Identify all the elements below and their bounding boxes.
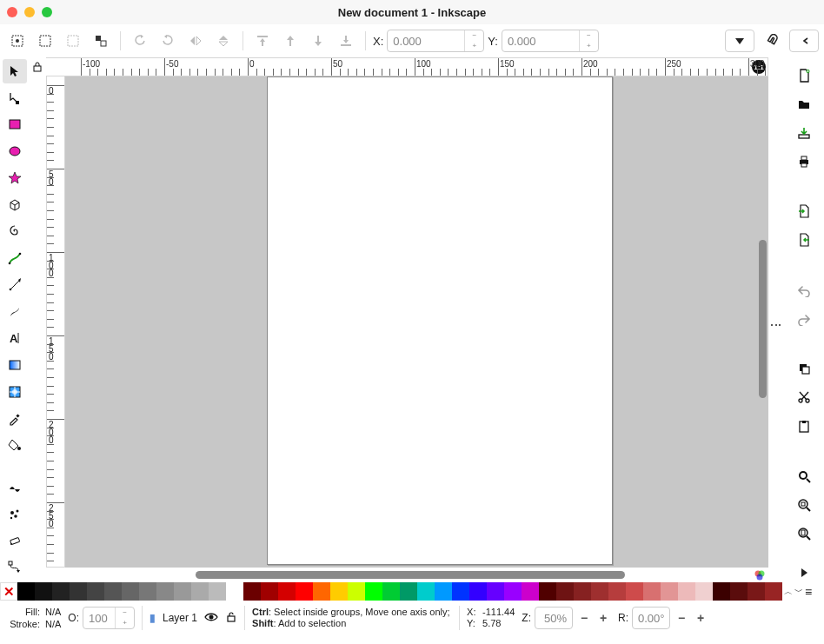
close-window-button[interactable] [7, 7, 17, 17]
color-swatch[interactable] [17, 582, 35, 601]
horizontal-ruler[interactable]: 1:1 -100-50050100150200250300 [46, 57, 768, 76]
zoom-input[interactable] [535, 607, 572, 628]
toolbar-overflow-menu[interactable] [725, 30, 754, 52]
spray-tool[interactable] [3, 502, 27, 527]
calligraphy-tool[interactable] [3, 300, 27, 324]
x-step-down[interactable]: − [465, 30, 483, 41]
y-input[interactable] [502, 30, 579, 51]
color-swatch[interactable] [574, 582, 591, 601]
select-all-layers-icon[interactable] [5, 30, 30, 51]
zoom-selection-icon[interactable] [794, 467, 814, 485]
color-swatch[interactable] [191, 582, 209, 601]
color-swatch[interactable] [417, 582, 435, 601]
lower-icon[interactable] [306, 30, 330, 51]
minimize-window-button[interactable] [24, 7, 35, 17]
lower-bottom-icon[interactable] [334, 30, 358, 51]
cut-icon[interactable] [794, 388, 814, 407]
color-swatch[interactable] [35, 582, 52, 601]
rotation-spinbox[interactable] [632, 607, 670, 629]
current-layer-name[interactable]: Layer 1 [163, 612, 197, 624]
horizontal-scrollbar-thumb[interactable] [196, 571, 625, 579]
color-swatch[interactable] [313, 582, 330, 601]
snap-toggle-icon[interactable] [760, 30, 784, 51]
color-swatch[interactable] [365, 582, 382, 601]
color-swatch[interactable] [452, 582, 469, 601]
color-swatch[interactable] [296, 582, 313, 601]
copy-icon[interactable] [794, 360, 814, 378]
connector-tool[interactable] [3, 555, 27, 580]
color-management-icon[interactable] [751, 568, 768, 582]
rotate-left-button[interactable]: − [674, 610, 689, 626]
rotate-ccw-icon[interactable] [128, 30, 152, 51]
flip-horizontal-icon[interactable] [183, 30, 208, 51]
star-tool[interactable] [3, 166, 27, 190]
open-document-icon[interactable] [794, 95, 814, 113]
color-swatch[interactable] [226, 582, 243, 601]
new-document-icon[interactable] [794, 66, 814, 84]
eraser-tool[interactable] [3, 529, 27, 554]
color-swatch[interactable] [435, 582, 452, 601]
flip-vertical-icon[interactable] [211, 30, 236, 51]
mesh-tool[interactable] [3, 380, 27, 404]
spiral-tool[interactable] [3, 220, 27, 244]
canvas-viewport[interactable] [65, 76, 768, 568]
fill-stroke-block[interactable]: Fill:N/A Stroke:N/A [5, 606, 61, 630]
color-swatch[interactable] [695, 582, 713, 601]
color-swatch[interactable] [678, 582, 695, 601]
color-swatch[interactable] [591, 582, 608, 601]
bezier-tool[interactable] [3, 273, 27, 297]
palette-scroll-up-icon[interactable]: ︿ [784, 586, 793, 598]
rotation-input[interactable] [633, 607, 669, 628]
color-swatch[interactable] [608, 582, 626, 601]
rotate-right-button[interactable]: + [693, 610, 708, 626]
opacity-step-down[interactable]: − [116, 607, 134, 618]
pencil-tool[interactable] [3, 246, 27, 270]
deselect-icon[interactable] [61, 30, 85, 51]
dropper-tool[interactable] [3, 407, 27, 431]
ellipse-tool[interactable] [3, 139, 27, 163]
color-swatch[interactable] [139, 582, 156, 601]
zoom-page-icon[interactable] [794, 525, 814, 543]
x-input-spinbox[interactable]: −+ [387, 30, 484, 52]
horizontal-scrollbar[interactable] [65, 568, 751, 582]
zoom-out-button[interactable]: − [576, 610, 592, 626]
color-swatch[interactable] [522, 582, 539, 601]
color-swatch[interactable] [661, 582, 678, 601]
color-swatch[interactable] [104, 582, 122, 601]
import-icon[interactable] [794, 202, 814, 221]
no-fill-swatch[interactable]: ✕ [0, 582, 17, 601]
invert-selection-icon[interactable] [89, 30, 113, 51]
color-swatch[interactable] [52, 582, 70, 601]
opacity-spinbox[interactable]: −+ [83, 607, 135, 629]
select-tool[interactable] [3, 59, 27, 83]
color-swatch[interactable] [174, 582, 191, 601]
x-step-up[interactable]: + [465, 41, 483, 51]
export-icon[interactable] [794, 231, 814, 249]
opacity-step-up[interactable]: + [116, 618, 134, 628]
color-swatch[interactable] [382, 582, 400, 601]
color-swatch[interactable] [539, 582, 556, 601]
layer-visibility-icon[interactable] [204, 612, 218, 625]
color-swatch[interactable] [243, 582, 261, 601]
y-input-spinbox[interactable]: −+ [502, 30, 599, 52]
rotate-cw-icon[interactable] [156, 30, 180, 51]
palette-scroll-down-icon[interactable]: ﹀ [794, 586, 803, 598]
layer-indicator-icon[interactable]: ▮ [150, 612, 156, 624]
zoom-spinbox[interactable] [535, 607, 573, 629]
raise-icon[interactable] [278, 30, 302, 51]
color-swatch[interactable] [765, 582, 782, 601]
color-swatch[interactable] [330, 582, 348, 601]
node-tool[interactable] [3, 86, 27, 110]
paste-icon[interactable] [794, 417, 814, 435]
x-input[interactable] [388, 30, 464, 51]
print-icon[interactable] [794, 152, 814, 170]
color-swatch[interactable] [209, 582, 226, 601]
undo-icon[interactable] [794, 281, 814, 299]
gradient-tool[interactable] [3, 353, 27, 377]
color-swatch[interactable] [348, 582, 365, 601]
color-swatch[interactable] [713, 582, 730, 601]
color-swatch[interactable] [70, 582, 87, 601]
color-swatch[interactable] [730, 582, 748, 601]
tweak-tool[interactable] [3, 475, 27, 500]
text-tool[interactable]: A [3, 327, 27, 351]
